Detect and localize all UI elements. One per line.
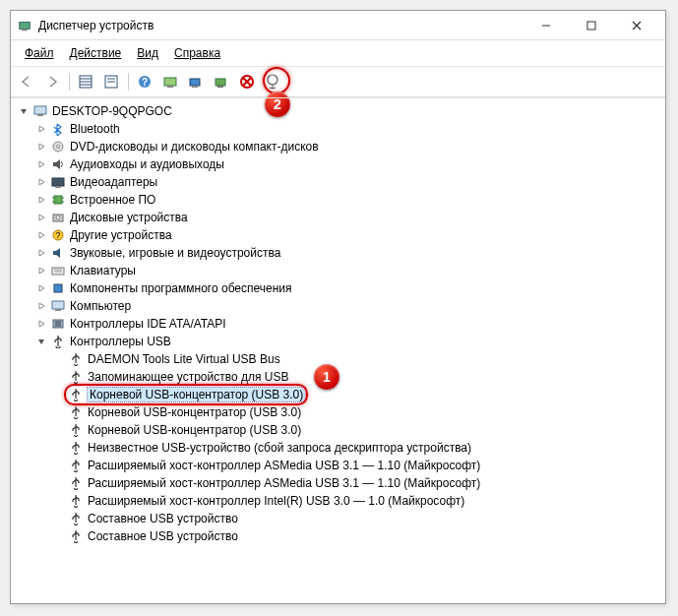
device-row[interactable]: DAEMON Tools Lite Virtual USB Bus [17, 350, 665, 368]
chevron-right-icon[interactable] [34, 299, 48, 313]
minimize-button[interactable] [524, 12, 569, 39]
disable-device-button[interactable] [235, 70, 259, 93]
svg-rect-26 [37, 114, 43, 116]
category-row[interactable]: Компоненты программного обеспечения [17, 279, 665, 297]
category-label: Видеоадаптеры [70, 175, 157, 189]
bluetooth-icon [50, 121, 66, 137]
device-row[interactable]: Корневой USB-концентратор (USB 3.0) [17, 386, 665, 403]
chevron-down-icon[interactable] [17, 104, 31, 118]
chevron-right-icon[interactable] [34, 228, 48, 242]
category-row[interactable]: Компьютер [17, 297, 665, 315]
chevron-right-icon[interactable] [34, 193, 48, 207]
svg-rect-0 [20, 22, 31, 29]
keyboard-icon [50, 263, 66, 278]
chevron-right-icon[interactable] [34, 140, 48, 154]
usb-category[interactable]: Контроллеры USB [17, 333, 665, 350]
svg-rect-16 [167, 86, 173, 88]
svg-rect-45 [54, 284, 62, 292]
chevron-right-icon[interactable] [34, 157, 48, 171]
chevron-right-icon[interactable] [34, 317, 48, 331]
close-button[interactable] [614, 12, 659, 39]
chevron-right-icon[interactable] [34, 122, 48, 136]
tree-root[interactable]: DESKTOP-9QQPGOC [17, 102, 665, 120]
category-row[interactable]: Контроллеры IDE ATA/ATAPI [17, 315, 665, 333]
usb-icon [68, 528, 84, 544]
device-row[interactable]: Расширяемый хост-контроллер ASMedia USB … [17, 474, 665, 492]
enable-device-button[interactable] [261, 70, 284, 93]
svg-rect-32 [54, 196, 62, 204]
device-tree: DESKTOP-9QQPGOC BluetoothDVD-дисководы и… [11, 98, 665, 549]
svg-rect-25 [34, 106, 46, 114]
category-row[interactable]: Видеоадаптеры [17, 173, 665, 191]
category-row[interactable]: Клавиатуры [17, 262, 665, 279]
category-row[interactable]: Bluetooth [17, 120, 665, 138]
chevron-right-icon[interactable] [34, 264, 48, 277]
category-row[interactable]: Аудиовходы и аудиовыходы [17, 155, 665, 173]
device-label: DAEMON Tools Lite Virtual USB Bus [88, 352, 280, 366]
device-row[interactable]: Составное USB устройство [17, 527, 665, 545]
category-label: Компьютер [70, 299, 131, 313]
device-manager-window: Диспетчер устройств Файл Действие Вид Сп… [10, 10, 666, 604]
device-row[interactable]: Неизвестное USB-устройство (сбой запроса… [17, 439, 665, 457]
svg-text:?: ? [142, 77, 148, 88]
category-label: Встроенное ПО [70, 193, 155, 207]
chevron-right-icon[interactable] [34, 211, 48, 224]
device-tree-scroll[interactable]: DESKTOP-9QQPGOC BluetoothDVD-дисководы и… [11, 97, 665, 603]
expander-empty [52, 459, 66, 472]
category-label: Bluetooth [70, 122, 120, 136]
properties-button[interactable] [99, 70, 123, 93]
chevron-right-icon[interactable] [34, 246, 48, 260]
chevron-down-icon[interactable] [34, 335, 48, 348]
firmware-icon [50, 192, 66, 208]
svg-rect-18 [192, 86, 198, 88]
usb-icon [68, 422, 84, 438]
maximize-button[interactable] [569, 12, 614, 39]
svg-point-38 [56, 216, 60, 219]
expander-empty [52, 423, 66, 437]
category-row[interactable]: DVD-дисководы и дисководы компакт-дисков [17, 138, 665, 155]
chevron-right-icon[interactable] [34, 281, 48, 295]
show-hide-tree-button[interactable] [74, 70, 97, 93]
app-icon [17, 18, 32, 33]
titlebar: Диспетчер устройств [11, 11, 665, 40]
usb-icon [68, 458, 84, 473]
chevron-right-icon[interactable] [34, 175, 48, 189]
device-row[interactable]: Составное USB устройство [17, 510, 665, 527]
expander-empty [52, 370, 66, 384]
usb-icon [68, 475, 84, 491]
usb-icon [68, 404, 84, 420]
menu-action[interactable]: Действие [64, 43, 128, 63]
toolbar: ? 2 [11, 67, 665, 97]
menu-view[interactable]: Вид [131, 43, 164, 63]
device-row[interactable]: Корневой USB-концентратор (USB 3.0) [17, 421, 665, 439]
device-row[interactable]: Расширяемый хост-контроллер Intel(R) USB… [17, 492, 665, 510]
device-row[interactable]: Запоминающее устройство для USB [17, 368, 665, 386]
usb-icon [68, 351, 84, 367]
window-title: Диспетчер устройств [38, 19, 524, 32]
category-row[interactable]: Звуковые, игровые и видеоустройства [17, 244, 665, 262]
device-row[interactable]: Расширяемый хост-контроллер ASMedia USB … [17, 457, 665, 474]
update-driver-button[interactable] [184, 70, 208, 93]
forward-button[interactable] [40, 70, 64, 93]
menu-help[interactable]: Справка [168, 43, 226, 63]
uninstall-device-button[interactable] [210, 70, 233, 93]
help-button[interactable]: ? [133, 70, 156, 93]
device-row[interactable]: Корневой USB-концентратор (USB 3.0) [17, 403, 665, 421]
ide-icon [50, 316, 66, 332]
audio-icon [50, 156, 66, 172]
expander-empty [52, 494, 66, 508]
svg-rect-41 [53, 251, 56, 255]
category-row[interactable]: Встроенное ПО [17, 191, 665, 209]
scan-hardware-button[interactable] [158, 70, 182, 93]
category-row[interactable]: Дисковые устройства [17, 209, 665, 226]
menu-file[interactable]: Файл [19, 43, 60, 63]
category-row[interactable]: ?Другие устройства [17, 226, 665, 244]
expander-empty [52, 388, 66, 401]
separator [125, 70, 131, 93]
device-label: Корневой USB-концентратор (USB 3.0) [88, 405, 301, 419]
category-label: DVD-дисководы и дисководы компакт-дисков [70, 140, 319, 154]
svg-rect-3 [587, 22, 595, 30]
svg-rect-46 [52, 301, 64, 309]
usb-icon [68, 387, 84, 402]
back-button[interactable] [15, 70, 38, 93]
